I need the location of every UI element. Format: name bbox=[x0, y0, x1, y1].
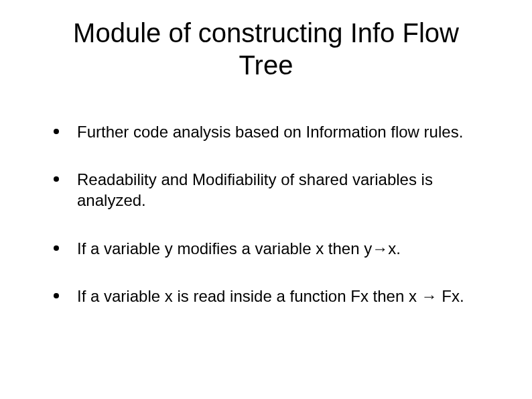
bullet-list: Further code analysis based on Informati… bbox=[40, 121, 492, 306]
list-item: Readability and Modifiability of shared … bbox=[54, 169, 492, 211]
slide-title: Module of constructing Info Flow Tree bbox=[40, 17, 492, 81]
list-item: If a variable x is read inside a functio… bbox=[54, 286, 492, 306]
list-item: Further code analysis based on Informati… bbox=[54, 121, 492, 142]
list-item: If a variable y modifies a variable x th… bbox=[54, 238, 492, 259]
